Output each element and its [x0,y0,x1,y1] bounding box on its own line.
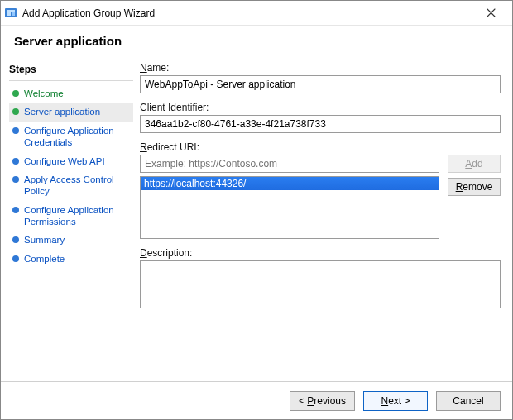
step-apply-access-control-policy[interactable]: Apply Access Control Policy [9,170,133,201]
step-label: Configure Application Credentials [24,125,130,149]
svg-rect-2 [7,12,11,16]
client-id-input[interactable] [140,115,501,133]
step-configure-web-api[interactable]: Configure Web API [9,152,133,170]
page-title: Server application [1,26,512,55]
step-label: Welcome [24,88,64,99]
redirect-uri-input[interactable] [140,155,439,173]
svg-rect-3 [12,12,15,16]
previous-button[interactable]: < Previous [290,391,355,411]
step-label: Summary [24,234,65,246]
step-welcome[interactable]: Welcome [9,84,133,103]
step-bullet-icon [12,108,19,115]
step-bullet-icon [12,255,19,262]
next-button[interactable]: Next > [363,391,428,411]
cancel-button[interactable]: Cancel [436,391,501,411]
step-label: Configure Application Permissions [24,204,130,228]
description-textarea[interactable] [140,260,501,308]
window-title: Add Application Group Wizard [22,7,474,19]
step-summary[interactable]: Summary [9,231,133,249]
step-label: Configure Web API [24,155,105,167]
redirect-uri-label: Redirect URI: [140,141,501,153]
close-button[interactable] [474,3,507,23]
step-server-application[interactable]: Server application [9,103,133,121]
step-complete[interactable]: Complete [9,250,133,268]
step-bullet-icon [12,127,19,134]
name-label: Name: [140,62,501,74]
steps-heading: Steps [9,62,133,81]
wizard-window: Add Application Group Wizard Server appl… [0,0,513,420]
add-button[interactable]: Add [448,155,501,173]
step-bullet-icon [12,207,19,213]
app-icon [4,7,17,20]
name-input[interactable] [140,75,501,93]
step-label: Server application [24,106,100,117]
titlebar: Add Application Group Wizard [1,1,512,26]
description-label: Description: [140,247,501,259]
step-configure-application-credentials[interactable]: Configure Application Credentials [9,122,133,152]
list-item[interactable]: https://localhost:44326/ [141,177,439,190]
remove-button[interactable]: Remove [448,178,501,196]
step-label: Complete [24,253,65,265]
step-bullet-icon [12,236,19,243]
steps-pane: Steps WelcomeServer applicationConfigure… [1,55,137,381]
client-id-label: Client Identifier: [140,102,501,113]
step-bullet-icon [12,158,19,165]
close-icon [487,8,496,17]
step-bullet-icon [12,176,19,183]
step-bullet-icon [12,90,19,97]
step-configure-application-permissions[interactable]: Configure Application Permissions [9,201,133,231]
redirect-uri-list[interactable]: https://localhost:44326/ [140,176,439,239]
footer: < Previous Next > Cancel [1,381,512,419]
content-pane: Name: Client Identifier: Redirect URI: h… [137,55,512,381]
step-label: Apply Access Control Policy [24,174,130,198]
svg-rect-1 [7,10,15,12]
